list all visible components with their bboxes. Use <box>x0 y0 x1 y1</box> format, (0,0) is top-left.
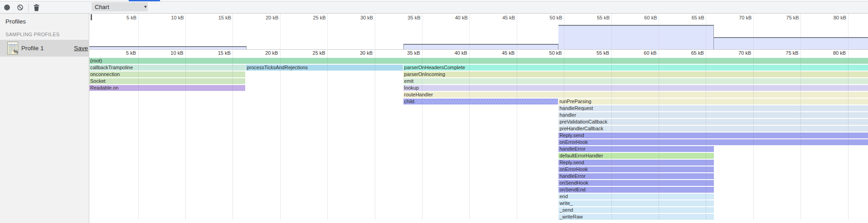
svg-text:%: % <box>14 49 18 54</box>
